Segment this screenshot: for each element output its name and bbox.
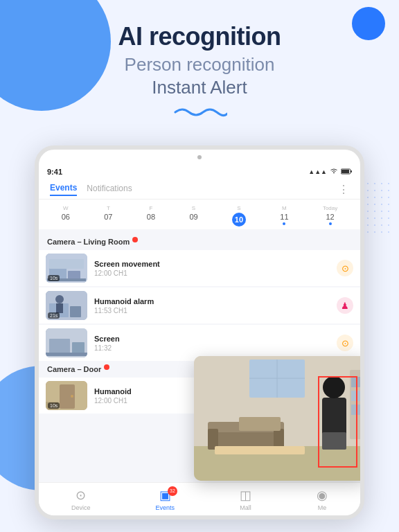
cal-day-wed[interactable]: W 06 <box>62 205 70 227</box>
hero-subtitle1: Person recognition <box>0 54 399 76</box>
event-thumb-2: 21s <box>46 291 87 320</box>
overlay-expanded-card[interactable] <box>194 356 364 481</box>
cal-num-10: 10 <box>232 213 246 227</box>
cal-num-09: 09 <box>189 213 197 221</box>
cal-day-today[interactable]: Today 12 <box>323 205 337 227</box>
cal-dot-mon <box>283 222 285 225</box>
event-thumb-count-1: 10s <box>48 275 60 281</box>
tab-notifications[interactable]: Notifications <box>87 184 132 195</box>
svg-rect-27 <box>239 417 281 431</box>
section-badge-living <box>132 237 138 242</box>
event-thumb-count-4: 10s <box>48 402 60 409</box>
svg-rect-16 <box>46 353 87 356</box>
event-thumb-count-2: 21s <box>48 312 60 319</box>
cal-dot-today <box>329 222 332 225</box>
section-badge-door <box>104 364 109 370</box>
event-time-1: 12:00 CH1 <box>94 269 337 277</box>
cal-num-12: 12 <box>326 213 334 221</box>
cal-label-s1: S <box>192 205 195 211</box>
svg-rect-35 <box>351 405 364 415</box>
section-title-living: Camera – Living Room <box>47 238 130 246</box>
svg-rect-15 <box>72 342 85 353</box>
svg-rect-5 <box>49 259 84 269</box>
tab-more-icon[interactable]: ⋮ <box>338 183 349 196</box>
nav-events[interactable]: ▣ Events 32 <box>155 488 175 511</box>
event-name-2: Humanoid alarm <box>94 297 337 305</box>
signal-icon: ▲▲▲ <box>308 168 327 175</box>
battery-icon <box>341 168 352 176</box>
hero-title: AI recognition <box>0 22 399 51</box>
overlay-scene <box>194 356 364 481</box>
cal-label-today: Today <box>323 205 337 211</box>
status-icons: ▲▲▲ <box>308 168 352 176</box>
cal-day-mon[interactable]: M 11 <box>280 205 288 227</box>
wifi-icon <box>330 168 338 176</box>
nav-device-label: Device <box>71 504 91 511</box>
cal-label-s2: S <box>237 205 240 211</box>
nav-me-label: Me <box>318 504 327 511</box>
cal-num-08: 08 <box>147 213 155 221</box>
svg-rect-28 <box>215 446 305 454</box>
svg-rect-34 <box>351 391 364 401</box>
svg-rect-14 <box>49 339 70 354</box>
event-thumb-1: 10s <box>46 254 87 283</box>
event-info-1: Screen movement 12:00 CH1 <box>94 260 337 277</box>
event-thumb-4: 10s <box>46 381 87 410</box>
svg-point-11 <box>55 295 64 303</box>
hero-wave <box>172 104 227 121</box>
mall-icon: ◫ <box>240 488 251 503</box>
event-info-3: Screen 11:32 <box>94 335 337 352</box>
cal-day-fri[interactable]: F 08 <box>147 205 155 227</box>
nav-me[interactable]: ◉ Me <box>317 488 328 511</box>
event-info-2: Humanoid alarm 11:53 CH1 <box>94 297 337 314</box>
event-time-3: 11:32 <box>94 344 337 352</box>
event-icon-motion-3: ⊙ <box>337 335 353 351</box>
tab-events[interactable]: Events <box>50 183 77 196</box>
calendar-row: W 06 T 07 F 08 S 09 S 10 M 11 <box>39 200 360 229</box>
cal-label-m: M <box>282 205 287 211</box>
svg-rect-12 <box>56 303 63 313</box>
tablet-frame: 9:41 ▲▲▲ Events Notifications ⋮ W 06 <box>35 145 364 520</box>
svg-point-30 <box>323 376 345 398</box>
nav-device[interactable]: ⊙ Device <box>71 488 91 511</box>
svg-rect-1 <box>342 170 349 173</box>
cal-day-sun-active[interactable]: S 10 <box>232 205 246 227</box>
cal-day-thu[interactable]: T 07 <box>104 205 112 227</box>
hero-subtitle2: Instant Alert <box>0 77 399 98</box>
events-badge: 32 <box>168 486 177 496</box>
event-thumb-3 <box>46 328 87 357</box>
status-bar: 9:41 ▲▲▲ <box>39 165 360 179</box>
bottom-nav: ⊙ Device ▣ Events 32 ◫ Mall ◉ Me <box>39 482 360 515</box>
section-header-living: Camera – Living Room <box>39 235 360 250</box>
nav-mall[interactable]: ◫ Mall <box>240 488 251 511</box>
status-time: 9:41 <box>47 168 62 176</box>
event-icon-person-2: ♟ <box>337 297 353 314</box>
svg-rect-10 <box>70 306 81 317</box>
event-screen-movement[interactable]: 10s Screen movement 12:00 CH1 ⊙ <box>39 250 360 286</box>
cal-day-sat[interactable]: S 09 <box>189 205 197 227</box>
svg-point-19 <box>71 395 73 398</box>
nav-events-label: Events <box>155 504 175 511</box>
event-name-1: Screen movement <box>94 260 337 268</box>
event-humanoid-alarm[interactable]: 21s Humanoid alarm 11:53 CH1 ♟ <box>39 287 360 323</box>
cal-num-11: 11 <box>280 213 288 221</box>
cal-label-f: F <box>149 205 152 211</box>
svg-rect-33 <box>351 377 364 387</box>
event-time-2: 11:53 CH1 <box>94 307 337 314</box>
event-icon-motion-1: ⊙ <box>337 260 353 276</box>
hero-section: AI recognition Person recognition Instan… <box>0 22 399 121</box>
cal-label-w: W <box>63 205 69 211</box>
tab-bar: Events Notifications ⋮ <box>39 179 360 200</box>
section-title-door: Camera – Door <box>47 365 101 373</box>
event-name-3: Screen <box>94 335 337 343</box>
tablet-camera <box>197 155 202 159</box>
device-icon: ⊙ <box>76 488 86 503</box>
svg-rect-31 <box>322 432 346 450</box>
cal-label-t1: T <box>107 205 110 211</box>
me-icon: ◉ <box>317 488 328 503</box>
cal-num-06: 06 <box>62 213 70 221</box>
cal-num-07: 07 <box>104 213 112 221</box>
svg-rect-6 <box>68 271 80 279</box>
svg-rect-2 <box>351 170 352 172</box>
nav-mall-label: Mall <box>240 504 251 511</box>
